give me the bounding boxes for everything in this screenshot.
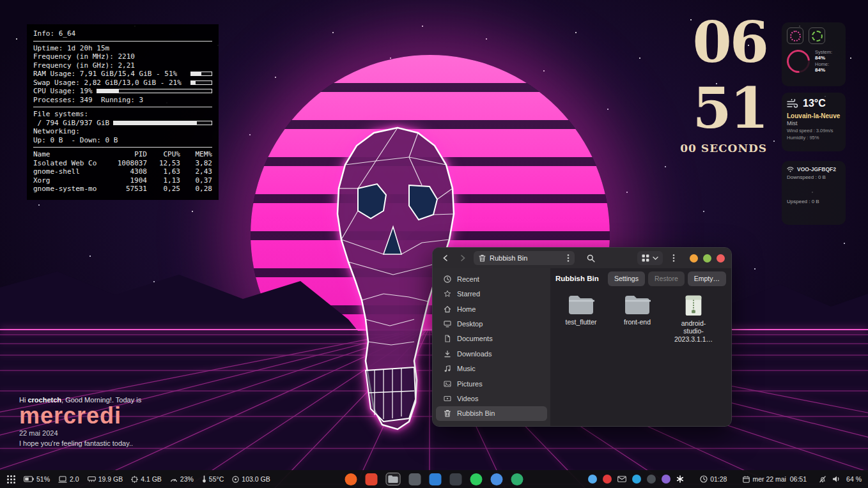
conky-system-monitor: Info: 6_64 Uptime: 1d 20h 15m Frequency … [27, 24, 219, 200]
divider [33, 41, 212, 42]
documents-icon [444, 335, 451, 342]
tray-red-app-icon[interactable] [603, 475, 612, 484]
close-button[interactable] [717, 254, 725, 263]
tray-mail-icon[interactable] [617, 476, 626, 482]
search-button[interactable] [584, 252, 597, 264]
sidebar-item-rubbish-bin[interactable]: Rubbish Bin [436, 406, 547, 421]
divider [33, 147, 212, 148]
laptop-stat: 2.0 [58, 475, 79, 483]
home-value: 84% [815, 67, 832, 73]
file-item-test-flutter[interactable]: test_flutter [558, 294, 604, 326]
disk-gauge-icon [782, 45, 815, 78]
conky-process-table: NamePIDCPU%MEM% Isolated Web Co100803712… [33, 150, 212, 194]
wind-icon [787, 99, 798, 108]
sidebar-item-downloads[interactable]: Downloads [436, 346, 547, 361]
downloads-icon [444, 350, 451, 358]
trash-action-bar: Rubbish Bin Settings Restore Empty… [550, 268, 731, 289]
table-row: Xorg [33, 176, 105, 185]
dock-app-gray-icon[interactable] [409, 473, 421, 485]
tray-telegram-icon[interactable] [632, 475, 641, 484]
restore-button[interactable]: Restore [648, 271, 685, 286]
conky-fs: / 794 GiB/937 GiB [33, 119, 212, 128]
back-button[interactable] [439, 252, 452, 264]
system-value: 84% [815, 55, 832, 61]
sidebar-item-starred[interactable]: Starred [436, 286, 547, 301]
forward-button[interactable] [456, 252, 469, 264]
apps-grid-icon [6, 475, 16, 484]
conky-info: Info: 6_64 [33, 29, 212, 38]
clock-hour: 06 [652, 17, 767, 68]
empty-trash-button[interactable]: Empty… [688, 271, 726, 286]
calendar-icon [743, 476, 750, 483]
settings-button[interactable]: Settings [608, 271, 645, 286]
system-label: System: [815, 49, 832, 55]
table-row: gnome-system-mo [33, 185, 105, 194]
menu-button[interactable] [667, 252, 680, 264]
sidebar-item-recent[interactable]: Recent [436, 271, 547, 286]
headerbar: Rubbish Bin [433, 248, 731, 268]
conky-swap: Swap Usage: 2,82 GiB/13,0 GiB - 21% [33, 79, 212, 88]
app-launcher-button[interactable] [6, 475, 16, 484]
file-item-front-end[interactable]: front-end [614, 294, 660, 326]
dock-app-green-icon[interactable] [511, 473, 523, 485]
weather-wind: Wind speed : 3.09m/s [787, 128, 841, 133]
recent-icon [444, 275, 451, 283]
path-bar[interactable]: Rubbish Bin [474, 251, 575, 265]
grid-view-icon [642, 254, 649, 262]
trash-icon [479, 254, 486, 262]
sidebar-item-home[interactable]: Home [436, 301, 547, 316]
tray-indicator-icon[interactable] [662, 475, 670, 484]
network-widget: VOO-JGFBQF2 Downspeed : 0 B Upspeed : 0 … [782, 161, 846, 225]
wifi-ssid: VOO-JGFBQF2 [797, 166, 836, 172]
trash-title: Rubbish Bin [555, 275, 599, 282]
mini-clock[interactable]: 01:28 [700, 475, 727, 483]
conky-net: Up: 0 B - Down: 0 B [33, 136, 212, 145]
sidebar-item-videos[interactable]: Videos [436, 391, 547, 406]
maximize-button[interactable] [703, 254, 711, 263]
clock-minute: 51 [652, 82, 767, 134]
pictures-icon [444, 380, 451, 388]
volume-icon[interactable] [832, 475, 841, 483]
desktop: Info: 6_64 Uptime: 1d 20h 15m Frequency … [0, 0, 868, 488]
dock-files-icon-active[interactable] [386, 473, 401, 485]
tray-camera-icon[interactable] [647, 475, 656, 484]
tray-paw-icon[interactable] [676, 475, 684, 483]
disk-stat: 103.0 GB [232, 475, 270, 483]
sidebar-item-pictures[interactable]: Pictures [436, 376, 547, 391]
dock-app-dark-icon[interactable] [450, 473, 462, 485]
files-icon [388, 475, 399, 484]
swap-bar [190, 80, 212, 85]
datetime-indicator[interactable]: mer 22 mai 06:51 [743, 475, 807, 483]
videos-icon [444, 395, 451, 402]
dock-vscode-icon[interactable] [430, 473, 442, 485]
tray-twitter-icon[interactable] [588, 475, 597, 484]
chevron-down-icon [653, 256, 658, 260]
sidebar-item-documents[interactable]: Documents [436, 332, 547, 346]
cpu-stat: 23% [170, 475, 194, 483]
laptop-icon [58, 476, 67, 483]
home-icon [444, 305, 451, 313]
dock-app-red-icon[interactable] [366, 473, 378, 485]
file-item-android-studio-archive[interactable]: android-studio-2023.3.1.1… [670, 294, 717, 343]
files-window: Rubbish Bin [432, 247, 732, 427]
table-row: Isolated Web Co [33, 159, 105, 168]
kebab-menu-icon[interactable] [567, 254, 570, 263]
upspeed: Upspeed : 0 B [787, 199, 841, 204]
system-stats: 51% 2.0 19.9 GB 4.1 GB 23% 55°C [24, 475, 270, 483]
gear-ring-icon [809, 27, 825, 44]
notifications-muted-icon[interactable] [819, 475, 826, 483]
dock-whatsapp-icon[interactable] [470, 473, 483, 485]
volume-level[interactable]: 64 % [846, 475, 862, 483]
sidebar-item-music[interactable]: Music [436, 361, 547, 376]
trash-icon [444, 409, 451, 417]
table-row: gnome-shell [33, 167, 105, 176]
dock-chromium-icon[interactable] [491, 473, 503, 485]
folder-icon [624, 294, 651, 316]
dock-firefox-icon[interactable] [345, 473, 357, 485]
wifi-icon [787, 167, 794, 172]
chip-icon [131, 476, 138, 483]
view-toggle[interactable] [637, 251, 663, 265]
battery-icon [24, 476, 34, 482]
sidebar-item-desktop[interactable]: Desktop [436, 316, 547, 331]
minimize-button[interactable] [690, 254, 698, 263]
